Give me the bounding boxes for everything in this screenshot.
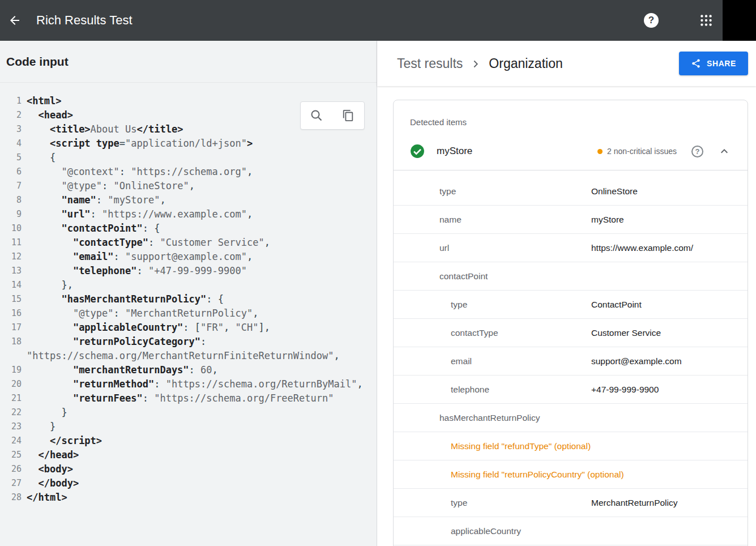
code-toolbar: [300, 101, 365, 130]
code-line: 18 "returnPolicyCategory": "https://sche…: [0, 335, 377, 363]
line-content: "@type": "MerchantReturnPolicy",: [22, 306, 377, 321]
line-content: </script>: [22, 434, 377, 448]
check-circle-icon: [410, 144, 425, 159]
missing-field-warning: Missing field "returnPolicyCountry" (opt…: [451, 470, 624, 480]
code-line: 24 </script>: [0, 434, 377, 448]
code-line: 27 </body>: [0, 476, 377, 490]
line-number: 19: [0, 363, 22, 377]
code-line: 23 }: [0, 420, 377, 434]
topbar: Rich Results Test ?: [0, 0, 756, 41]
results-header: Test results Organization SHARE: [377, 41, 756, 86]
line-content: "telephone": "+47-99-999-9900": [22, 264, 377, 278]
collapse-chevron-icon[interactable]: [717, 144, 731, 158]
warning-row: Missing field "refundType" (optional): [394, 432, 748, 460]
line-number: 3: [0, 122, 22, 136]
property-value: myStore: [591, 215, 624, 225]
line-content: <body>: [22, 462, 377, 476]
property-value: ContactPoint: [591, 300, 642, 310]
property-value: +47-99-999-9900: [591, 385, 659, 395]
help-icon[interactable]: ?: [644, 13, 659, 28]
group-key: contactPoint: [439, 271, 488, 281]
line-number: 11: [0, 236, 22, 250]
line-content: }: [22, 406, 377, 420]
property-value: https://www.example.com/: [591, 243, 693, 253]
code-line: 17 "applicableCountry": ["FR", "CH"],: [0, 321, 377, 335]
code-line: 11 "contactType": "Customer Service",: [0, 236, 377, 250]
breadcrumb-chevron-icon: [469, 58, 482, 70]
code-editor[interactable]: 1<html>2 <head>3 <title>About Us</title>…: [0, 94, 377, 505]
share-button[interactable]: SHARE: [679, 52, 748, 75]
group-key: applicableCountry: [451, 526, 521, 536]
share-icon: [691, 58, 701, 69]
property-row: namemyStore: [394, 206, 748, 234]
code-input-header: Code input: [0, 41, 377, 83]
line-number: 22: [0, 406, 22, 420]
share-button-label: SHARE: [707, 59, 736, 68]
property-row: typeOnlineStore: [394, 177, 748, 206]
code-line: 25 </head>: [0, 448, 377, 462]
property-row: contactTypeCustomer Service: [394, 319, 748, 347]
copy-icon[interactable]: [337, 104, 360, 127]
property-key: url: [439, 243, 591, 253]
search-icon[interactable]: [305, 104, 328, 127]
warning-dot-icon: [597, 149, 603, 154]
issues-help-icon[interactable]: ?: [691, 146, 703, 157]
line-number: 17: [0, 321, 22, 335]
line-content: "url": "https://www.example.com",: [22, 207, 377, 221]
line-number: 10: [0, 221, 22, 236]
line-number: 24: [0, 434, 22, 448]
property-row: emailsupport@example.com: [394, 347, 748, 376]
code-line: 12 "email": "support@example.com",: [0, 250, 377, 264]
detected-item-header[interactable]: myStore 2 non-critical issues ?: [394, 135, 748, 170]
account-avatar[interactable]: [723, 0, 756, 41]
line-number: 28: [0, 490, 22, 505]
property-key: telephone: [451, 385, 591, 395]
line-number: 25: [0, 448, 22, 462]
code-line: 19 "merchantReturnDays": 60,: [0, 363, 377, 377]
line-content: "@context": "https://schema.org",: [22, 165, 377, 179]
property-row: telephone+47-99-999-9900: [394, 376, 748, 404]
line-number: 23: [0, 420, 22, 434]
line-number: 2: [0, 108, 22, 122]
code-line: 15 "hasMerchantReturnPolicy": {: [0, 292, 377, 306]
property-key: type: [451, 498, 591, 508]
test-results-panel: Test results Organization SHARE Detected…: [377, 41, 756, 546]
property-value: MerchantReturnPolicy: [591, 498, 677, 508]
code-input-title: Code input: [6, 55, 69, 69]
line-content: "returnPolicyCategory": "https://schema.…: [22, 335, 377, 363]
line-number: 6: [0, 165, 22, 179]
code-line: 16 "@type": "MerchantReturnPolicy",: [0, 306, 377, 321]
property-key: type: [451, 300, 591, 310]
line-number: 16: [0, 306, 22, 321]
code-line: 7 "@type": "OnlineStore",: [0, 179, 377, 193]
line-content: "applicableCountry": ["FR", "CH"],: [22, 321, 377, 335]
apps-grid-icon[interactable]: [699, 13, 714, 28]
property-value: OnlineStore: [591, 186, 638, 197]
line-content: },: [22, 278, 377, 292]
line-number: 18: [0, 335, 22, 363]
line-number: 26: [0, 462, 22, 476]
line-content: "name": "myStore",: [22, 193, 377, 207]
property-value: support@example.com: [591, 356, 682, 366]
code-line: 6 "@context": "https://schema.org",: [0, 165, 377, 179]
group-key: hasMerchantReturnPolicy: [439, 413, 540, 423]
apps-grid-dots: [699, 13, 714, 28]
line-content: "contactPoint": {: [22, 221, 377, 236]
line-number: 9: [0, 207, 22, 221]
code-line: 14 },: [0, 278, 377, 292]
code-input-panel: Code input 1<html>2 <head>3 <title>About…: [0, 41, 377, 546]
property-row: typeContactPoint: [394, 291, 748, 319]
detected-items-card: Detected items myStore 2 non-critical is…: [393, 100, 748, 546]
missing-field-warning: Missing field "refundType" (optional): [451, 441, 591, 451]
breadcrumb-test-results[interactable]: Test results: [397, 56, 463, 71]
property-row: typeMerchantReturnPolicy: [394, 489, 748, 517]
line-number: 15: [0, 292, 22, 306]
rich-results-test-app: Rich Results Test ? Code input: [0, 0, 756, 546]
line-number: 8: [0, 193, 22, 207]
code-line: 5 {: [0, 151, 377, 165]
line-content: {: [22, 151, 377, 165]
line-number: 14: [0, 278, 22, 292]
back-button[interactable]: [1, 7, 28, 34]
line-number: 1: [0, 94, 22, 108]
line-content: <script type="application/ld+json">: [22, 136, 377, 151]
